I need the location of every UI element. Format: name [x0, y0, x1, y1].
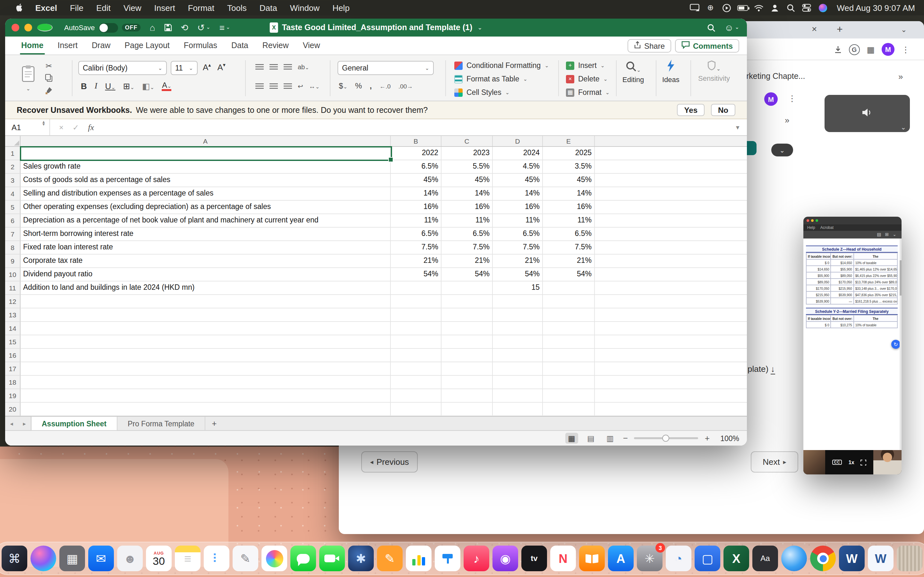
remote-desktop-icon[interactable]: ▢ [695, 546, 720, 571]
zoom-slider-knob[interactable] [662, 434, 670, 442]
cell-E15[interactable] [543, 335, 595, 349]
row-header-7[interactable]: 7 [5, 227, 21, 241]
ideas-button[interactable]: Ideas [662, 60, 680, 83]
cell-B11[interactable] [391, 282, 441, 295]
menu-tools[interactable]: Tools [221, 3, 253, 13]
name-box-spinner[interactable]: ▲▼ [42, 121, 45, 126]
minimize-icon[interactable] [811, 219, 814, 222]
cell-A7[interactable]: Short-term borrowing interest rate [21, 227, 391, 241]
cell-C8[interactable]: 7.5% [441, 241, 493, 255]
cell-B5[interactable]: 16% [391, 201, 441, 214]
feedback-smiley-icon[interactable]: ☺⌄ [724, 23, 739, 32]
insert-cells-button[interactable]: + Insert⌄ [566, 60, 605, 71]
cell-C18[interactable] [441, 376, 493, 389]
comments-button[interactable]: Comments [675, 39, 739, 53]
cell-E16[interactable] [543, 349, 595, 362]
ribbon-tab-view[interactable]: View [296, 37, 327, 55]
calendar-icon[interactable]: AUG30 [146, 546, 172, 571]
cell-D18[interactable] [493, 376, 543, 389]
cell-C11[interactable] [441, 282, 493, 295]
cell-E5[interactable]: 16% [543, 201, 595, 214]
cell-C7[interactable]: 6.5% [441, 227, 493, 241]
cell-B20[interactable] [391, 403, 441, 416]
cell-A16[interactable] [21, 349, 391, 362]
maps-globe-icon[interactable] [781, 546, 807, 571]
screen-mirroring-icon[interactable] [688, 2, 700, 13]
battery-icon[interactable] [737, 2, 748, 13]
tab-search-icon[interactable]: ⌄ [901, 26, 907, 34]
row-header-17[interactable]: 17 [5, 362, 21, 376]
cell-C17[interactable] [441, 362, 493, 376]
orientation-button[interactable]: ab⌄ [298, 63, 309, 71]
home-icon[interactable]: ⌂ [150, 23, 155, 32]
cell-D15[interactable] [493, 335, 543, 349]
menu-view[interactable]: View [117, 3, 148, 13]
grid-view-icon[interactable]: ⊞ [885, 232, 889, 237]
cell-D1[interactable]: 2024 [493, 147, 543, 160]
cell-A18[interactable] [21, 376, 391, 389]
menu-file[interactable]: File [63, 3, 90, 13]
previous-button[interactable]: ◂ Previous [361, 451, 418, 472]
ribbon-display-icon[interactable]: ≡⌄ [220, 23, 230, 32]
save-icon[interactable] [164, 24, 172, 31]
next-button[interactable]: Next ▸ [751, 451, 798, 472]
currency-format-button[interactable]: $⌄ [339, 81, 347, 90]
cell-B4[interactable]: 14% [391, 187, 441, 201]
cell-D11[interactable]: 15 [493, 282, 543, 295]
speed-button[interactable]: 1x [849, 459, 855, 465]
paste-button[interactable]: ⌄ [15, 60, 41, 97]
cell-B13[interactable] [391, 308, 441, 322]
ribbon-tab-draw[interactable]: Draw [85, 37, 118, 55]
document-title[interactable]: X Taste Good Limited_Assumption and Temp… [270, 23, 483, 33]
siri-icon[interactable] [31, 546, 56, 571]
conditional-formatting-button[interactable]: Conditional Formatting⌄ [454, 60, 549, 71]
apple-tv-icon[interactable]: tv [521, 546, 547, 571]
row-header-8[interactable]: 8 [5, 241, 21, 255]
cell-B8[interactable]: 7.5% [391, 241, 441, 255]
zoom-icon[interactable] [816, 219, 818, 222]
cell-C13[interactable] [441, 308, 493, 322]
app-store-icon[interactable]: A [608, 546, 634, 571]
zoom-slider[interactable] [634, 437, 698, 439]
chevron-down-icon[interactable]: ⌄ [893, 232, 897, 237]
menu-excel[interactable]: Excel [29, 3, 63, 13]
row-header-6[interactable]: 6 [5, 214, 21, 227]
name-box[interactable]: A1 ▲▼ [5, 119, 50, 135]
row-header-14[interactable]: 14 [5, 322, 21, 335]
trash-icon[interactable] [897, 546, 922, 571]
template-download-link[interactable]: plate) ↓ [748, 364, 775, 374]
cell-E9[interactable]: 21% [543, 255, 595, 268]
bookmark-label[interactable]: rketing Chapte... [746, 72, 805, 81]
cell-E4[interactable]: 14% [543, 187, 595, 201]
books-icon[interactable] [579, 546, 605, 571]
cell-D8[interactable]: 7.5% [493, 241, 543, 255]
notes-icon[interactable]: ≡ [175, 546, 200, 571]
bold-button[interactable]: B [81, 81, 87, 91]
number-format-select[interactable]: General⌄ [338, 61, 434, 75]
font-size-select[interactable]: 11⌄ [171, 61, 198, 75]
cell-A10[interactable]: Dividend payout ratio [21, 268, 391, 282]
cell-C12[interactable] [441, 295, 493, 308]
cell-A4[interactable]: Selling and distribution expenses as a p… [21, 187, 391, 201]
row-header-5[interactable]: 5 [5, 201, 21, 214]
cell-C2[interactable]: 5.5% [441, 160, 493, 174]
cell-D4[interactable]: 14% [493, 187, 543, 201]
ribbon-tab-page-layout[interactable]: Page Layout [118, 37, 176, 55]
align-right-icon[interactable] [284, 83, 292, 89]
format-cells-button[interactable]: ▦ Format⌄ [566, 87, 610, 98]
cell-E1[interactable]: 2025 [543, 147, 595, 160]
cell-A20[interactable] [21, 403, 391, 416]
sheet-tab-assumption-sheet[interactable]: Assumption Sheet [31, 417, 118, 430]
version-history-icon[interactable]: ⟲ [181, 23, 188, 32]
shortcuts-icon[interactable]: ⌘ [2, 546, 27, 571]
cell-E8[interactable]: 7.5% [543, 241, 595, 255]
add-sheet-button[interactable]: + [205, 417, 223, 430]
yes-button[interactable]: Yes [677, 104, 704, 116]
cell-B12[interactable] [391, 295, 441, 308]
word-online-icon[interactable]: W [868, 546, 893, 571]
mail-icon[interactable]: ✉ [88, 546, 114, 571]
launchpad-icon[interactable]: ▦ [59, 546, 85, 571]
cell-E2[interactable]: 3.5% [543, 160, 595, 174]
ribbon-tab-review[interactable]: Review [255, 37, 296, 55]
cell-D20[interactable] [493, 403, 543, 416]
